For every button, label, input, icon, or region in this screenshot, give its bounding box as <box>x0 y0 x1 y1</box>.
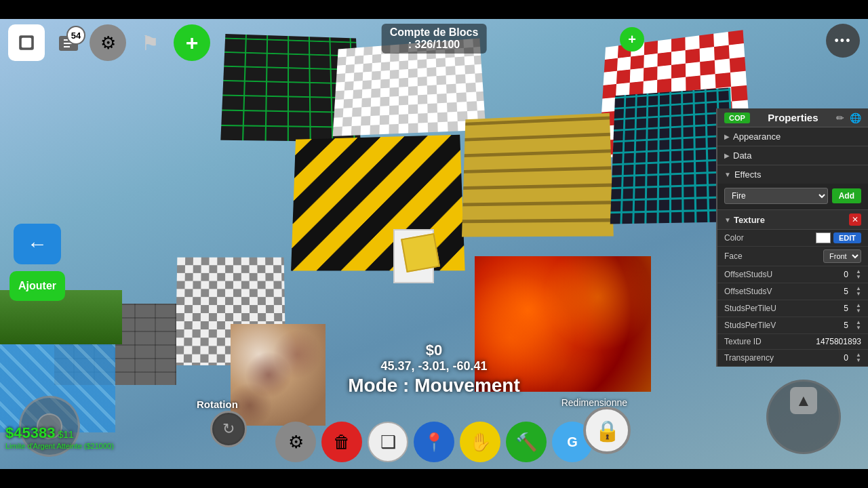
transparency-value: 0 <box>837 353 854 363</box>
effects-chevron-icon: ▼ <box>724 171 731 178</box>
copy-tool-button[interactable]: ❑ <box>368 422 408 462</box>
color-swatch <box>816 232 831 243</box>
color-edit-button[interactable]: EDIT <box>833 232 861 243</box>
texture-title: Texture <box>734 215 765 225</box>
texture-close-button[interactable]: ✕ <box>849 214 861 226</box>
lock-icon: 🔒 <box>595 419 620 443</box>
data-section[interactable]: ▶ Data <box>717 146 868 165</box>
transparency-down[interactable]: ▼ <box>856 358 861 363</box>
black-bar-bottom <box>0 469 868 488</box>
plus-small-button[interactable]: + <box>620 27 644 52</box>
effects-label: Effects <box>734 169 762 180</box>
offsetstudsu-down[interactable]: ▼ <box>856 274 861 280</box>
delete-tool-button[interactable]: 🗑 <box>321 422 362 462</box>
texture-studspertilev-row: StudsPerTileV 5 ▲ ▼ <box>717 317 868 334</box>
dpad-up-button[interactable]: ▲ <box>790 387 817 414</box>
offsetstudsv-down[interactable]: ▼ <box>856 291 861 297</box>
texture-face-row: Face Front <box>717 247 868 266</box>
rotation-dial[interactable]: ↻ <box>210 411 247 447</box>
flag-button[interactable]: ⚑ <box>132 24 168 61</box>
offsetstudsv-value: 5 <box>837 287 854 296</box>
counter-badge: 54 <box>66 26 85 45</box>
texture-chevron-icon[interactable]: ▼ <box>724 216 731 224</box>
add-button[interactable]: + <box>174 24 210 61</box>
studspertileu-stepper: 5 ▲ ▼ <box>837 303 861 314</box>
roblox-icon <box>14 30 39 55</box>
texture-studspertileu-row: StudsPerTileU 5 ▲ ▼ <box>717 300 868 317</box>
effects-dropdown[interactable]: Fire <box>724 188 828 204</box>
lock-button[interactable]: 🔒 <box>583 407 631 454</box>
bottom-toolbar: ⚙ 🗑 ❑ 📍 ✋ 🔨 G <box>275 422 593 462</box>
appearance-section[interactable]: ▶ Appearance <box>717 127 868 146</box>
gear-icon: ⚙ <box>100 33 116 54</box>
rotation-label: Rotation <box>197 399 238 410</box>
copy-icon: ❑ <box>380 432 396 453</box>
panel-copy-button[interactable]: COP <box>724 113 750 123</box>
block-organic <box>231 324 326 426</box>
money-amount: $45383 <box>5 424 55 442</box>
build-icon: 🔨 <box>515 432 537 453</box>
studspertileu-arrows[interactable]: ▲ ▼ <box>856 303 861 314</box>
dpad-container[interactable]: ▲ <box>766 380 848 461</box>
block-checkered-bw <box>333 38 486 136</box>
money-container: $45383 $11 Limite d'Argent Atteinte ($21… <box>5 424 114 450</box>
studspertilev-arrows[interactable]: ▲ ▼ <box>856 320 861 331</box>
offsetstudsv-label: OffsetStudsV <box>724 287 837 296</box>
anchor-icon: 📍 <box>423 432 445 453</box>
group-icon: G <box>567 434 578 450</box>
texture-transparency-row: Transparency 0 ▲ ▼ <box>717 350 868 367</box>
effects-add-button[interactable]: Add <box>832 188 861 203</box>
texture-offsetstudsu-row: OffsetStudsU 0 ▲ ▼ <box>717 266 868 283</box>
appearance-chevron-icon: ▶ <box>724 133 730 140</box>
face-select[interactable]: Front <box>823 249 861 263</box>
block-lava <box>475 256 651 392</box>
studspertilev-label: StudsPerTileV <box>724 321 837 330</box>
studspertilev-stepper: 5 ▲ ▼ <box>837 320 861 331</box>
studspertileu-label: StudsPerTileU <box>724 304 837 313</box>
settings-icon: ⚙ <box>288 432 304 453</box>
texture-title-group: ▼ Texture <box>724 215 765 225</box>
build-tool-button[interactable]: 🔨 <box>506 422 547 462</box>
transparency-stepper: 0 ▲ ▼ <box>837 352 861 363</box>
panel-globe-icon[interactable]: 🌐 <box>850 113 861 123</box>
roblox-button[interactable] <box>8 24 45 61</box>
effects-content: Fire Add <box>717 184 868 209</box>
studspertilev-down[interactable]: ▼ <box>856 325 861 331</box>
black-bar-top <box>0 0 868 19</box>
dots-button[interactable]: ••• <box>826 24 860 58</box>
offsetstudsu-stepper: 0 ▲ ▼ <box>837 269 861 280</box>
money-blocks: $11 <box>58 429 73 440</box>
texture-id-row: Texture ID 1475801893 <box>717 334 868 350</box>
block-gold-horizontal <box>462 113 614 237</box>
delete-icon: 🗑 <box>333 432 351 453</box>
face-label: Face <box>724 251 823 261</box>
dpad-outer[interactable]: ▲ <box>766 380 841 454</box>
anchor-tool-button[interactable]: 📍 <box>414 422 454 462</box>
panel-brush-icon[interactable]: ✏ <box>836 113 844 123</box>
svg-rect-1 <box>22 38 31 47</box>
rotation-icon: ↻ <box>222 420 235 438</box>
textureid-value: 1475801893 <box>816 337 861 346</box>
color-label: Color <box>724 233 816 243</box>
move-tool-button[interactable]: ✋ <box>460 422 500 462</box>
offsetstudsu-label: OffsetStudsU <box>724 270 837 279</box>
offsetstudsu-value: 0 <box>837 270 854 279</box>
offsetstudsv-arrows[interactable]: ▲ ▼ <box>856 286 861 297</box>
gear-button[interactable]: ⚙ <box>90 24 126 61</box>
texture-header: ▼ Texture ✕ <box>717 210 868 230</box>
counter-button[interactable]: 54 <box>50 24 87 61</box>
texture-offsetstudsv-row: OffsetStudsV 5 ▲ ▼ <box>717 283 868 300</box>
transparency-arrows[interactable]: ▲ ▼ <box>856 352 861 363</box>
settings-tool-button[interactable]: ⚙ <box>275 422 316 462</box>
studspertileu-value: 5 <box>837 304 854 313</box>
up-arrow-icon: ▲ <box>795 391 812 410</box>
studspertileu-down[interactable]: ▼ <box>856 308 861 314</box>
panel-header: COP Properties ✏ 🌐 <box>717 108 868 127</box>
offsetstudsu-arrows[interactable]: ▲ ▼ <box>856 269 861 280</box>
panel-title: Properties <box>768 112 818 123</box>
back-button[interactable]: ← <box>14 224 61 264</box>
effects-section: ▼ Effects Fire Add <box>717 165 868 210</box>
effects-header[interactable]: ▼ Effects <box>717 165 868 184</box>
properties-panel: COP Properties ✏ 🌐 ▶ Appearance ▶ Data ▼… <box>716 108 868 367</box>
ajouter-button[interactable]: Ajouter <box>9 271 65 301</box>
